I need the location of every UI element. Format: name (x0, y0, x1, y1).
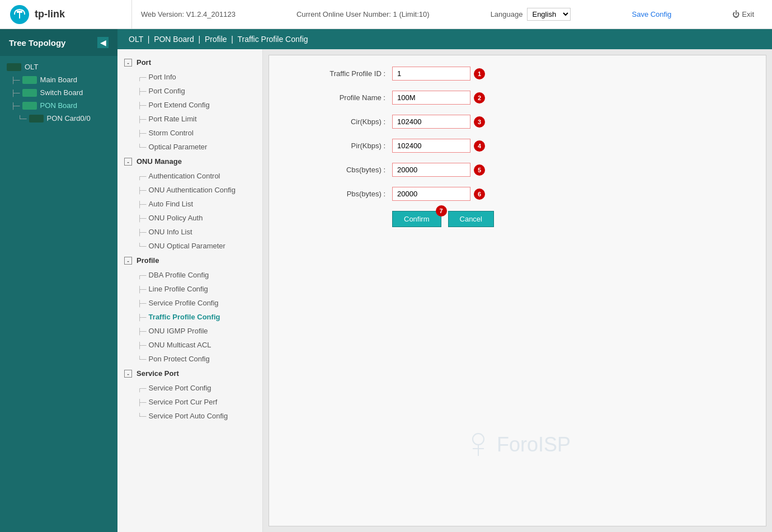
nav-item-line-profile[interactable]: ├─ Line Profile Config (117, 282, 262, 296)
nav-item-onu-optical-param[interactable]: └─ ONU Optical Parameter (117, 239, 262, 253)
tree-item-pon-board[interactable]: ├─ PON Board (0, 99, 117, 112)
main-board-icon (22, 76, 37, 84)
nav-section-profile-label: Profile (136, 256, 159, 265)
language-label: Language (491, 10, 523, 18)
nav-item-port-rate-limit[interactable]: ├─ Port Rate Limit (117, 112, 262, 126)
nav-item-onu-auth-config-label: ONU Authentication Config (149, 186, 236, 194)
logo-area: tp-link (9, 0, 132, 29)
watermark: ForoISP (464, 431, 571, 459)
nav-section-port-label: Port (136, 58, 151, 67)
main-layout: Tree Topology ◀ OLT ├─ Main Board ├─ Swi… (0, 29, 772, 532)
cancel-button[interactable]: Cancel (448, 211, 494, 227)
form-row-profile-name: Profile Name : 2 (280, 91, 755, 105)
tree-item-main-board[interactable]: ├─ Main Board (0, 73, 117, 86)
tree-dashes: ├─ (11, 102, 20, 109)
badge-6: 6 (474, 189, 485, 200)
input-traffic-profile-id[interactable] (392, 67, 470, 81)
tp-link-logo: tp-link (9, 4, 65, 25)
nav-item-service-port-cur-perf[interactable]: ├─ Service Port Cur Perf (117, 395, 262, 409)
nav-item-onu-info-list[interactable]: ├─ ONU Info List (117, 225, 262, 239)
nav-item-onu-info-list-label: ONU Info List (149, 228, 192, 236)
nav-item-optical-parameter-label: Optical Parameter (149, 143, 208, 151)
form-row-cbs-bytes: Cbs(bytes) : 5 (280, 163, 755, 177)
label-pbs-bytes: Pbs(bytes) : (280, 190, 392, 198)
form-row-pir-kbps: Pir(Kbps) : 4 (280, 139, 755, 153)
nav-item-service-profile[interactable]: ├─ Service Profile Config (117, 296, 262, 310)
nav-item-port-info-label: Port Info (149, 73, 176, 81)
pon-card-icon (29, 115, 44, 123)
nav-section-profile[interactable]: - Profile (117, 253, 262, 268)
nav-item-optical-parameter[interactable]: └─ Optical Parameter (117, 140, 262, 154)
nav-section-onu-manage-label: ONU Manage (136, 157, 182, 166)
form-buttons: Confirm 7 Cancel (280, 211, 755, 227)
nav-item-port-extend-config[interactable]: ├─ Port Extend Config (117, 98, 262, 112)
nav-item-auth-control-label: Authentication Control (149, 172, 220, 180)
input-cir-kbps[interactable] (392, 115, 470, 129)
watermark-text: ForoISP (497, 433, 571, 456)
badge-5: 5 (474, 164, 485, 176)
svg-point-1 (473, 434, 484, 445)
form-row-pbs-bytes: Pbs(bytes) : 6 (280, 187, 755, 201)
tree-item-switch-board[interactable]: ├─ Switch Board (0, 86, 117, 99)
web-version: Web Version: V1.2.4_201123 (141, 10, 236, 18)
save-config-link[interactable]: Save Config (632, 10, 671, 18)
logo-text: tp-link (35, 8, 65, 20)
nav-item-storm-control[interactable]: ├─ Storm Control (117, 126, 262, 140)
nav-item-port-rate-limit-label: Port Rate Limit (149, 115, 197, 123)
nav-item-onu-igmp-label: ONU IGMP Profile (149, 327, 208, 335)
sidebar-collapse-button[interactable]: ◀ (97, 37, 109, 48)
tree: OLT ├─ Main Board ├─ Switch Board ├─ PON… (0, 56, 117, 129)
pon-card-label: PON Card0/0 (47, 114, 91, 123)
nav-item-auto-find-list[interactable]: ├─ Auto Find List (117, 197, 262, 211)
badge-7: 7 (436, 205, 447, 216)
header-info: Web Version: V1.2.4_201123 Current Onlin… (132, 8, 763, 21)
nav-section-port[interactable]: - Port (117, 55, 262, 70)
language-select[interactable]: English Chinese (527, 8, 571, 21)
input-cbs-bytes[interactable] (392, 163, 470, 177)
form-panel: ForoISP Traffic Profile ID : 1 Profile N… (269, 55, 766, 526)
toggle-icon: - (124, 370, 132, 378)
nav-item-port-config[interactable]: ├─ Port Config (117, 84, 262, 98)
form-row-traffic-profile-id: Traffic Profile ID : 1 (280, 67, 755, 81)
exit-button[interactable]: ⏻ Exit (732, 10, 754, 18)
nav-item-traffic-profile-label: Traffic Profile Config (149, 313, 220, 321)
label-cir-kbps: Cir(Kbps) : (280, 117, 392, 126)
nav-item-pon-protect[interactable]: └─ Pon Protect Config (117, 352, 262, 366)
nav-section-service-port-label: Service Port (136, 369, 179, 378)
toggle-icon: - (124, 59, 132, 67)
nav-item-onu-policy-auth[interactable]: ├─ ONU Policy Auth (117, 211, 262, 225)
label-profile-name: Profile Name : (280, 93, 392, 102)
nav-item-port-config-label: Port Config (149, 87, 185, 95)
nav-section-onu-manage[interactable]: - ONU Manage (117, 154, 262, 169)
nav-item-onu-optical-param-label: ONU Optical Parameter (149, 242, 225, 250)
nav-item-service-port-auto[interactable]: └─ Service Port Auto Config (117, 409, 262, 423)
nav-item-onu-policy-auth-label: ONU Policy Auth (149, 214, 203, 222)
nav-item-auth-control[interactable]: ┌─ Authentication Control (117, 169, 262, 183)
online-user: Current Online User Number: 1 (Limit:10) (296, 10, 430, 18)
pon-board-icon (22, 102, 37, 110)
confirm-button[interactable]: Confirm (392, 211, 441, 227)
nav-item-traffic-profile[interactable]: ├─ Traffic Profile Config (117, 310, 262, 324)
nav-item-dba-profile[interactable]: ┌─ DBA Profile Config (117, 268, 262, 282)
nav-item-pon-protect-label: Pon Protect Config (149, 355, 210, 363)
tree-item-olt[interactable]: OLT (0, 60, 117, 73)
switch-board-icon (22, 89, 37, 97)
nav-section-service-port[interactable]: - Service Port (117, 366, 262, 381)
toggle-icon: - (124, 257, 132, 265)
nav-item-service-port-cur-perf-label: Service Port Cur Perf (149, 398, 218, 406)
olt-icon (7, 63, 21, 71)
form-row-cir-kbps: Cir(Kbps) : 3 (280, 115, 755, 129)
nav-item-onu-igmp[interactable]: ├─ ONU IGMP Profile (117, 324, 262, 338)
tree-item-pon-card[interactable]: └─ PON Card0/0 (0, 112, 117, 125)
nav-item-onu-multicast[interactable]: ├─ ONU Multicast ACL (117, 338, 262, 352)
breadcrumb: OLT | PON Board | Profile | Traffic Prof… (117, 29, 772, 49)
nav-item-port-info[interactable]: ┌─ Port Info (117, 70, 262, 84)
tree-dashes: ├─ (11, 77, 20, 83)
input-pbs-bytes[interactable] (392, 187, 470, 201)
nav-item-service-port-config[interactable]: ┌─ Service Port Config (117, 381, 262, 395)
input-profile-name[interactable] (392, 91, 470, 105)
input-pir-kbps[interactable] (392, 139, 470, 153)
nav-item-onu-auth-config[interactable]: ├─ ONU Authentication Config (117, 183, 262, 197)
toggle-icon: - (124, 158, 132, 166)
content-area: OLT | PON Board | Profile | Traffic Prof… (117, 29, 772, 532)
